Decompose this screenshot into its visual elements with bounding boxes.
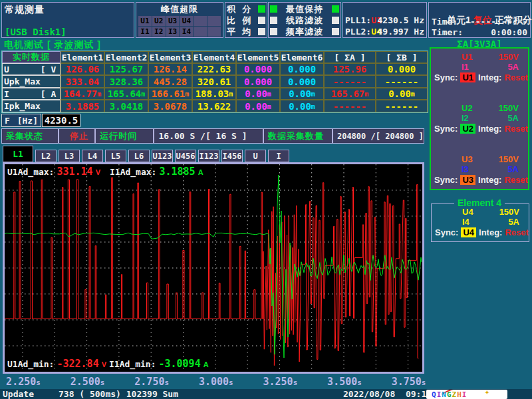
table-cell: 165.64m xyxy=(104,88,148,100)
wave-tab-i[interactable]: I xyxy=(268,150,289,162)
timer-value: 0:00:00 xyxy=(491,27,527,37)
channel-row: I35A xyxy=(431,164,528,174)
sync-source[interactable]: U2 xyxy=(460,124,475,134)
peak-indicator-I1: I1 xyxy=(138,27,152,37)
pll-panel: PLL1:U1 4230.5 Hz PLL2:U4 49.997 Hz xyxy=(342,2,427,38)
filter-checkbox-right[interactable] xyxy=(332,28,339,35)
filter-label: 频率滤波 xyxy=(277,26,332,38)
time-tick: 2.250s xyxy=(6,376,41,388)
sync-row: Sync:U2Integ:Reset xyxy=(431,123,528,134)
integ-reset[interactable]: Reset xyxy=(504,72,527,82)
filter-row: 线路滤波 xyxy=(270,15,339,26)
e4-i-range[interactable]: 5A xyxy=(508,217,519,227)
table-cell: 164.77m xyxy=(61,88,104,100)
u-range[interactable]: 150V xyxy=(499,52,519,62)
u1-trace xyxy=(5,178,418,365)
filter-checkbox-left[interactable] xyxy=(270,28,277,35)
element2-group: U2150VI25ASync:U2Integ:Reset xyxy=(431,103,528,134)
e4-sync-source[interactable]: U4 xyxy=(461,227,476,237)
u-min-value: -322.84 xyxy=(57,358,98,370)
table-row-label: Ipk_Max xyxy=(2,100,61,112)
e4-integ-reset[interactable]: Reset xyxy=(505,227,528,237)
i-range[interactable]: 5A xyxy=(507,62,519,72)
integ-reset[interactable]: Reset xyxy=(504,175,527,185)
table-cell: 166.61m xyxy=(148,88,192,100)
u-range[interactable]: 150V xyxy=(499,154,519,164)
test-mode-tabs[interactable]: 电机测试 [ 录波测试 ] xyxy=(4,39,101,51)
i-channel: I1 xyxy=(462,62,469,72)
wave-tab-u[interactable]: U xyxy=(245,150,266,162)
pll2-label: PLL2: xyxy=(345,27,371,37)
integration-checkbox[interactable] xyxy=(258,5,265,13)
i-min-label: I1Ad_min: xyxy=(109,359,156,369)
logo-star-icon: ✦ xyxy=(485,390,489,396)
integration-row: 积 分 xyxy=(227,3,265,15)
table-cell: 0.00m xyxy=(376,88,428,100)
integ-label: Integ: xyxy=(478,124,501,134)
i1-trace xyxy=(5,175,422,358)
integ-reset[interactable]: Reset xyxy=(504,124,527,134)
table-cell: 222.63 xyxy=(192,63,236,75)
filter-hold-panel: 最值保持线路滤波频率滤波 xyxy=(268,2,341,38)
u-channel: U1 xyxy=(462,52,473,62)
u-min-unit: V xyxy=(102,360,106,368)
e4-i-channel: I4 xyxy=(462,217,469,227)
wave-tab-l1[interactable]: L1 xyxy=(3,146,33,162)
u-range[interactable]: 150V xyxy=(499,103,519,113)
element4-panel: U4 150V I4 5A Sync: U4 Integ: Reset xyxy=(431,203,529,242)
table-cell: ------ xyxy=(376,100,428,112)
wave-tab-u456[interactable]: U456 xyxy=(175,150,196,162)
e4-u-range[interactable]: 150V xyxy=(499,207,519,217)
table-cell: 333.04 xyxy=(61,75,104,88)
table-cell: 125.96 xyxy=(324,63,376,75)
filter-checkbox-left[interactable] xyxy=(270,5,277,13)
wave-tab-l2[interactable]: L2 xyxy=(35,150,57,162)
wave-tab-i123[interactable]: I123 xyxy=(198,150,219,162)
wave-tab-u123[interactable]: U123 xyxy=(152,150,173,162)
wave-tab-l6[interactable]: L6 xyxy=(128,150,150,162)
time-tick: 3.250s xyxy=(263,376,298,388)
wiring-group-panel: U1150VI15ASync:U1Integ:ResetU2150VI25ASy… xyxy=(430,47,529,190)
filter-checkbox-right[interactable] xyxy=(332,17,339,24)
peak-indicator-empty xyxy=(207,16,221,26)
table-cell: 126.06 xyxy=(61,63,104,75)
waveform-min-readout: U1Ad_min:-322.84V I1Ad_min:-3.0094A xyxy=(7,358,209,370)
wave-tab-i456[interactable]: I456 xyxy=(221,150,243,162)
table-cell: 3.1885 xyxy=(61,100,104,112)
peak-indicator-row-u: U1U2U3U4 xyxy=(138,16,221,26)
acq-status-value: 停止 xyxy=(59,129,96,143)
wave-tab-l3[interactable]: L3 xyxy=(59,150,80,162)
table-cell: 165.67m xyxy=(324,88,376,100)
peak-indicator-U2: U2 xyxy=(152,16,166,26)
element4-title: Element 4 xyxy=(428,198,531,208)
i-range[interactable]: 5A xyxy=(507,113,519,123)
integration-checkbox[interactable] xyxy=(258,28,265,35)
waveform-plot: U1Ad_max:331.14V I1Ad_max:3.1885A U1Ad_m… xyxy=(3,162,424,374)
u-min-label: U1Ad_min: xyxy=(7,359,54,369)
integration-label: 平 均 xyxy=(227,26,258,38)
filter-checkbox-right[interactable] xyxy=(332,5,339,13)
acq-status-label: 采集状态 xyxy=(2,129,59,143)
integration-label: 积 分 xyxy=(227,3,258,15)
channel-row: U2150V xyxy=(431,103,528,113)
update-counter: 738 ( 500ms) 102399 Sum xyxy=(59,389,178,399)
i-range[interactable]: 5A xyxy=(507,164,519,174)
wave-tab-l5[interactable]: L5 xyxy=(105,150,126,162)
sync-source[interactable]: U1 xyxy=(460,72,475,82)
acq-count-label: 数据采集数量 xyxy=(264,129,333,143)
peak-indicator-U1: U1 xyxy=(138,16,152,26)
table-cell: 445.28 xyxy=(148,75,192,88)
i-max-value: 3.1885 xyxy=(159,166,195,178)
table-col-header: Element4 xyxy=(192,51,236,63)
filter-row: 频率滤波 xyxy=(270,26,339,37)
wave-tab-l4[interactable]: L4 xyxy=(82,150,103,162)
integration-checkbox[interactable] xyxy=(258,17,265,24)
sync-source[interactable]: U3 xyxy=(460,175,475,185)
sync-label: Sync: xyxy=(434,124,458,134)
table-cell: 0.000 xyxy=(376,63,428,75)
peak-over-limit-panel: 峰值超限 U1U2U3U4 I1I2I3I4 xyxy=(136,2,223,38)
timer-label: Timer: xyxy=(432,27,463,37)
filter-checkbox-left[interactable] xyxy=(270,17,277,24)
mode-panel: 常规测量 [USB Disk1] xyxy=(1,2,134,38)
table-corner: 实时数据 xyxy=(2,51,61,63)
